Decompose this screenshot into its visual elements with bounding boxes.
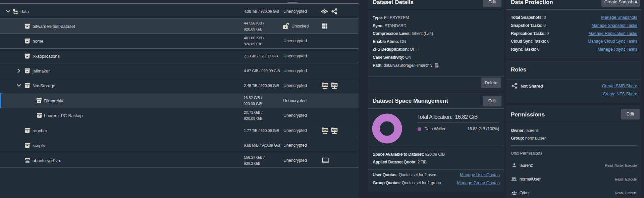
svg-text:NFS: NFS (332, 84, 337, 87)
svg-text:SMB: SMB (322, 84, 328, 87)
svg-text:NFS: NFS (332, 129, 337, 132)
svg-text:SMB: SMB (322, 129, 328, 132)
